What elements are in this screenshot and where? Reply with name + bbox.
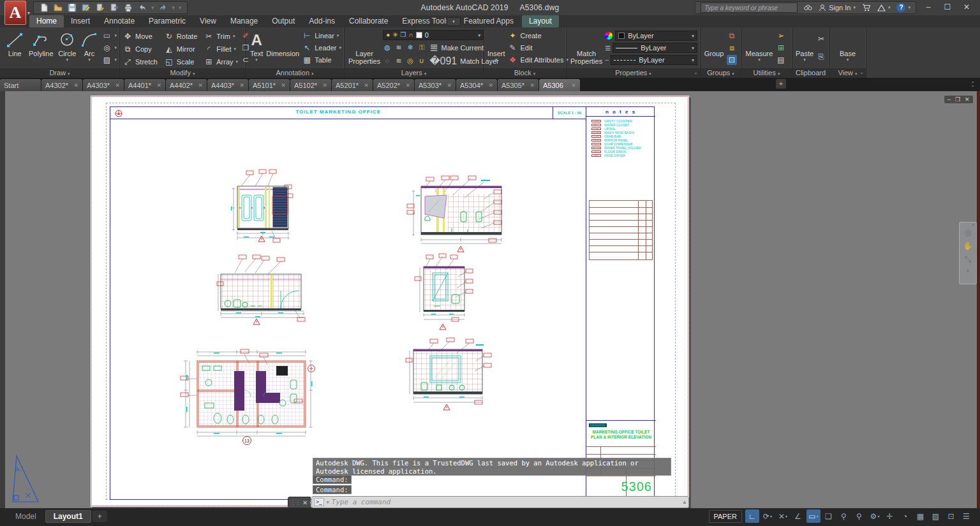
file-tab-close-icon[interactable]: ✕ xyxy=(198,82,203,89)
grid-display[interactable]: ∟ xyxy=(745,509,759,523)
minimize-button[interactable]: – xyxy=(919,0,938,15)
search-input[interactable] xyxy=(701,3,798,13)
calculator-button[interactable]: ▤ xyxy=(776,55,786,65)
create-block-button[interactable]: ✦Create xyxy=(508,31,568,41)
layout-tab[interactable]: Layout1 xyxy=(45,510,91,523)
layer-properties-button[interactable]: Layer Properties xyxy=(348,29,380,67)
edit-attributes-button[interactable]: ❖Edit Attributes▾ xyxy=(508,55,568,65)
layer-off-icon[interactable]: ◌ xyxy=(383,57,392,65)
navbar-close-icon[interactable]: ✕ xyxy=(971,223,975,228)
make-current-button[interactable]: Make Current xyxy=(442,44,484,52)
file-tab[interactable]: A5202* ✕ xyxy=(373,79,414,91)
panel-label-groups[interactable]: Groups▾ xyxy=(701,68,741,78)
doc-restore-icon[interactable]: ❐ xyxy=(955,96,960,103)
panel-label-properties[interactable]: Properties▾⌄ xyxy=(567,68,700,78)
panel-label-layers[interactable]: Layers▾ xyxy=(345,68,483,78)
panel-label-utilities[interactable]: Utilities▾ xyxy=(741,68,792,78)
paste-button[interactable]: Paste ▾ xyxy=(794,29,815,67)
match-properties-button[interactable]: Match Properties xyxy=(570,29,602,67)
new-layout-button[interactable]: + xyxy=(93,511,107,522)
arc-button[interactable]: Arc ▾ xyxy=(81,29,98,67)
file-tab[interactable]: A5306 ✕ xyxy=(539,79,580,91)
layer-freeze-tool-icon[interactable]: ❄ xyxy=(406,43,415,52)
layer-viewport-icon[interactable]: ❒ xyxy=(401,32,406,38)
panel-label-view[interactable]: View▾⌄ xyxy=(829,68,866,78)
quick-select-button[interactable]: ➢ xyxy=(776,31,786,41)
ribbon-tab[interactable]: Annotate xyxy=(97,15,142,27)
layer-dropdown-caret-icon[interactable]: ▾ xyxy=(478,33,480,38)
panel-label-block[interactable]: Block▾ xyxy=(484,68,566,78)
command-line-bar[interactable]: >_ ▾ ▲ xyxy=(311,496,689,508)
polyline-button[interactable]: Polyline xyxy=(29,29,54,67)
copy-button[interactable]: ⧉Copy xyxy=(122,43,158,55)
panel-label-annotation[interactable]: Annotation▾ xyxy=(246,68,344,78)
annotation-monitor[interactable]: ◔ xyxy=(898,509,912,523)
ribbon-tab[interactable]: Home xyxy=(29,15,64,27)
recent-commands-caret-icon[interactable]: ▾ xyxy=(327,500,329,505)
new-drawing-tab-button[interactable]: + xyxy=(776,79,786,89)
file-tab[interactable]: A4303* ✕ xyxy=(83,79,124,91)
circle-button[interactable]: Circle ▾ xyxy=(57,29,77,67)
scale-button[interactable]: ◱Scale xyxy=(164,55,197,68)
file-tab-close-icon[interactable]: ✕ xyxy=(156,82,161,89)
pan-icon[interactable]: ✋ xyxy=(963,241,973,251)
steering-wheel-icon[interactable]: ◎ xyxy=(964,228,971,237)
customization-menu[interactable]: ☰ xyxy=(960,509,974,523)
file-tab[interactable]: A4401* ✕ xyxy=(124,79,165,91)
layer-lock-icon[interactable]: ∩ xyxy=(409,32,413,38)
layer-color-swatch[interactable] xyxy=(416,32,422,38)
paper-space-toggle[interactable]: PAPER xyxy=(709,510,742,523)
clean-screen[interactable]: ⊡ xyxy=(944,509,958,523)
dimension-button[interactable]: Dimension xyxy=(266,29,299,67)
file-tab-close-icon[interactable]: ✕ xyxy=(364,82,369,89)
file-tab[interactable]: A5201* ✕ xyxy=(332,79,373,91)
base-view-button[interactable]: Base ▾ xyxy=(835,29,861,67)
zoom-extents-icon[interactable]: ⤡ xyxy=(965,254,971,265)
file-tab[interactable]: Start ✕ xyxy=(0,79,41,91)
linear-dimension-button[interactable]: ⊢Linear▾ xyxy=(302,31,341,41)
group-button[interactable]: Group xyxy=(702,29,725,67)
object-color-icon[interactable] xyxy=(605,32,612,40)
file-tab[interactable]: A4302* ✕ xyxy=(41,79,82,91)
leader-button[interactable]: ↖Leader▾ xyxy=(302,43,341,53)
ribbon-tab[interactable]: View xyxy=(193,15,223,27)
ribbon-tab[interactable]: Add-ins xyxy=(302,15,342,27)
mirror-button[interactable]: ◭Mirror xyxy=(164,43,197,55)
fillet-button[interactable]: ◜Fillet▾ xyxy=(204,43,238,55)
text-button[interactable]: A Text ▾ xyxy=(249,29,264,67)
layout-tab[interactable]: Model xyxy=(8,511,44,522)
make-current-icon[interactable]: ≣ xyxy=(429,41,438,54)
insert-block-button[interactable]: Insert ▾ xyxy=(487,29,505,67)
ribbon-tab[interactable]: Layout xyxy=(522,15,559,27)
file-tab[interactable]: A5305* ✕ xyxy=(498,79,538,91)
lineweight-dropdown[interactable]: ByLayer ▾ xyxy=(612,43,697,53)
file-tab[interactable]: A4403* ✕ xyxy=(207,79,248,91)
maximize-button[interactable]: ☐ xyxy=(938,0,957,15)
view-dialog-launcher-icon[interactable]: ⌄ xyxy=(859,68,864,77)
table-button[interactable]: ▦Table xyxy=(302,55,341,65)
file-tab-close-icon[interactable]: ✕ xyxy=(281,82,286,89)
linetype-icon[interactable]: ┄ xyxy=(605,57,608,64)
file-tab-close-icon[interactable]: ✕ xyxy=(322,82,327,89)
drawing-canvas[interactable]: TOILET MARKETING OFFICE SCALE 1 : 50 n o… xyxy=(0,91,980,508)
command-input[interactable] xyxy=(332,498,687,506)
layout-paper[interactable]: TOILET MARKETING OFFICE SCALE 1 : 50 n o… xyxy=(91,96,689,507)
match-layer-icon[interactable]: �091 xyxy=(429,55,457,67)
object-snap[interactable]: ▭▾ xyxy=(806,509,820,523)
layer-walk-icon[interactable]: ◎ xyxy=(406,57,415,65)
layer-lock-tool-icon[interactable]: ⚿ xyxy=(417,43,426,52)
workspace-switching[interactable]: ⚙▾ xyxy=(868,509,882,523)
file-tab-close-icon[interactable]: ✕ xyxy=(115,82,120,89)
ribbon-tab[interactable]: Output xyxy=(265,15,302,27)
ortho-mode[interactable]: ∠ xyxy=(791,509,805,523)
command-close-icon[interactable]: ✕ xyxy=(302,499,308,506)
move-button[interactable]: ✥Move xyxy=(122,30,158,43)
doc-minimize-icon[interactable]: – xyxy=(947,96,951,103)
panel-label-draw[interactable]: Draw▾ xyxy=(0,68,119,78)
line-button[interactable]: Line xyxy=(5,29,25,67)
rotate-button[interactable]: ↻Rotate xyxy=(164,30,197,43)
rectangle-tool[interactable]: ▭▾ xyxy=(102,31,117,41)
layer-isolate-icon[interactable]: ◍ xyxy=(383,43,392,52)
ribbon-tab[interactable]: Insert xyxy=(64,15,97,27)
annotation-autoscale[interactable]: ⚲ xyxy=(852,509,866,523)
